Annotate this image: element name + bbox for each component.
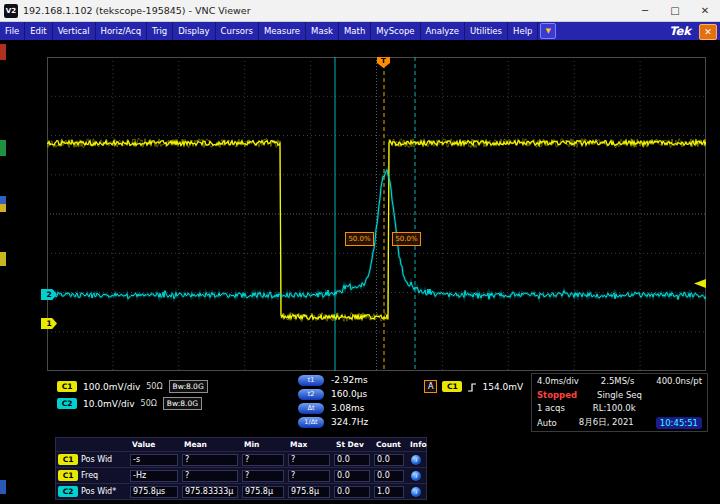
header-min: Min <box>240 440 286 449</box>
menu-measure[interactable]: Measure <box>259 22 306 40</box>
row1-max: ? <box>288 454 330 466</box>
row3-stdev: 0.0 <box>334 486 370 498</box>
menu-trig[interactable]: Trig <box>147 22 173 40</box>
header-mean: Mean <box>180 440 240 449</box>
waveform-display <box>47 57 706 371</box>
measurement-gate-right[interactable]: 50.0% <box>392 232 421 246</box>
table-row[interactable]: C2 Pos Wid* 975.8µs 975.83333µ 975.8µ 97… <box>56 483 426 499</box>
menu-dropdown-button[interactable]: ▼ <box>540 23 555 39</box>
menu-help[interactable]: Help <box>508 22 538 40</box>
menu-vertical[interactable]: Vertical <box>53 22 96 40</box>
row1-min: ? <box>242 454 284 466</box>
cursor-dt-value: 3.08ms <box>331 403 365 413</box>
menu-horiz-acq[interactable]: Horiz/Acq <box>96 22 148 40</box>
cursor-dt-row: Δt 3.08ms <box>298 402 368 414</box>
close-button[interactable]: ✕ <box>690 0 720 22</box>
header-count: Count <box>372 440 406 449</box>
ch1-bandwidth: Bw:8.0G <box>169 380 208 393</box>
desktop-icon-fragment <box>0 204 6 212</box>
row1-stdev: 0.0 <box>334 454 370 466</box>
cursor-readout-panel: t1 -2.92ms t2 160.0µs Δt 3.08ms 1/Δt 324… <box>298 374 368 428</box>
row3-count: 1.0 <box>374 486 404 498</box>
vnc-viewer-icon: V2 <box>4 4 18 18</box>
ch2-scale: 10.0mV/div <box>83 399 135 409</box>
header-stdev: St Dev <box>332 440 372 449</box>
row2-mean: ? <box>182 470 238 482</box>
acq-status: Stopped <box>537 390 577 400</box>
menu-analyze[interactable]: Analyze <box>421 22 466 40</box>
trigger-mode: Auto <box>537 418 557 428</box>
measurement-table: Value Mean Min Max St Dev Count Info C1 … <box>55 437 427 500</box>
acquisition-panel: 4.0ms/div 2.5MS/s 400.0ns/pt Stopped Sin… <box>531 373 708 432</box>
row3-mean: 975.83333µ <box>182 486 238 498</box>
resolution: 400.0ns/pt <box>656 376 702 386</box>
rising-edge-icon <box>467 381 477 393</box>
timebase: 4.0ms/div <box>537 376 579 386</box>
cursor-inv-dt-row: 1/Δt 324.7Hz <box>298 416 368 428</box>
row1-meas-name: Pos Wid <box>81 455 112 464</box>
minimize-button[interactable]: ─ <box>630 0 660 22</box>
trigger-readout: A C1 154.0mV <box>424 380 523 393</box>
desktop-icon-fragment <box>0 196 6 204</box>
trigger-source-badge: C1 <box>442 381 462 392</box>
row2-max: ? <box>288 470 330 482</box>
menu-display[interactable]: Display <box>173 22 215 40</box>
menu-bar: File Edit Vertical Horiz/Acq Trig Displa… <box>0 22 720 40</box>
maximize-button[interactable]: □ <box>660 0 690 22</box>
window-title: 192.168.1.102 (tekscope-195845) - VNC Vi… <box>23 5 630 16</box>
ch2-readout: C2 10.0mV/div 50Ω Bw:8.0G <box>57 397 202 410</box>
acq-time-row: Auto 8月6日, 2021 10:45:51 <box>537 417 702 429</box>
row2-count: 0.0 <box>374 470 404 482</box>
vnc-window: V2 192.168.1.102 (tekscope-195845) - VNC… <box>0 0 720 504</box>
header-max: Max <box>286 440 332 449</box>
acq-status-row: Stopped Single Seq <box>537 390 702 400</box>
cursor-t1-badge: t1 <box>298 375 324 386</box>
tek-logo: Tek <box>669 22 691 40</box>
row3-info-icon[interactable]: i <box>411 487 421 497</box>
row3-meas-name: Pos Wid* <box>81 487 116 496</box>
row3-value: 975.8µs <box>130 486 178 498</box>
ch2-badge: C2 <box>57 398 77 409</box>
row2-min: ? <box>242 470 284 482</box>
row2-meas-name: Freq <box>81 471 98 480</box>
sample-rate: 2.5MS/s <box>601 376 635 386</box>
ch2-impedance: 50Ω <box>141 399 157 408</box>
measurement-gate-left[interactable]: 50.0% <box>345 232 374 246</box>
ch1-badge: C1 <box>57 381 77 392</box>
menu-edit[interactable]: Edit <box>25 22 52 40</box>
ch1-scale: 100.0mV/div <box>83 382 140 392</box>
ch1-impedance: 50Ω <box>146 382 162 391</box>
row3-min: 975.8µ <box>242 486 284 498</box>
cursor-t2-row: t2 160.0µs <box>298 388 368 400</box>
row2-info-icon[interactable]: i <box>411 471 421 481</box>
cursor-t2-value: 160.0µs <box>331 389 367 399</box>
cursor-dt-badge: Δt <box>298 403 324 414</box>
trigger-a-badge: A <box>424 380 437 393</box>
menu-file[interactable]: File <box>0 22 25 40</box>
row1-mean: ? <box>182 454 238 466</box>
table-row[interactable]: C1 Pos Wid -s ? ? ? 0.0 0.0 i <box>56 451 426 467</box>
menu-myscope[interactable]: MyScope <box>371 22 420 40</box>
menu-cursors[interactable]: Cursors <box>216 22 259 40</box>
table-row[interactable]: C1 Freq -Hz ? ? ? 0.0 0.0 i <box>56 467 426 483</box>
record-length: RL:100.0k <box>593 403 636 413</box>
desktop-icon-fragment <box>0 252 6 266</box>
cursor-inv-dt-value: 324.7Hz <box>331 417 368 427</box>
titlebar: V2 192.168.1.102 (tekscope-195845) - VNC… <box>0 0 720 22</box>
row2-stdev: 0.0 <box>334 470 370 482</box>
row2-source-badge: C1 <box>58 470 78 481</box>
acq-mode: Single Seq <box>597 390 642 400</box>
clock: 10:45:51 <box>656 417 702 429</box>
menu-math[interactable]: Math <box>339 22 371 40</box>
row1-info-icon[interactable]: i <box>411 455 421 465</box>
menu-utilities[interactable]: Utilities <box>465 22 508 40</box>
trigger-level-value: 154.0mV <box>482 382 523 392</box>
menu-mask[interactable]: Mask <box>306 22 339 40</box>
ch1-readout: C1 100.0mV/div 50Ω Bw:8.0G <box>57 380 208 393</box>
desktop-icon-fragment <box>0 44 6 60</box>
header-value: Value <box>128 440 180 449</box>
scope-close-button[interactable]: ✕ <box>699 24 717 40</box>
measurement-table-header: Value Mean Min Max St Dev Count Info <box>56 438 426 451</box>
row3-source-badge: C2 <box>58 486 78 497</box>
row2-value: -Hz <box>130 470 178 482</box>
